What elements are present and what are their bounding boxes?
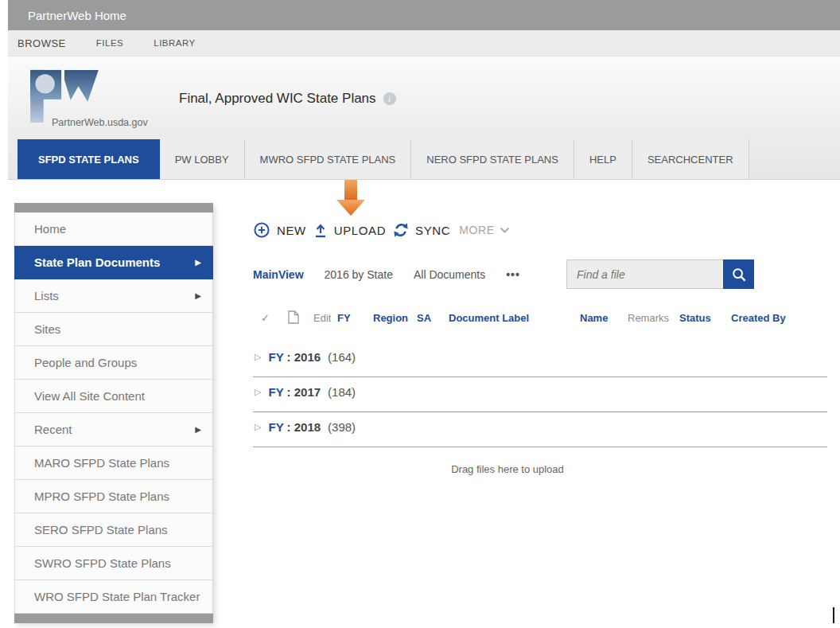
view-selector-row: MainView 2016 by State All Documents ••• (253, 259, 827, 290)
column-sa[interactable]: SA (417, 312, 431, 324)
sidebar-item-label: People and Groups (34, 356, 137, 369)
chevron-right-icon: ▶ (195, 291, 201, 300)
upload-button[interactable]: UPLOAD (313, 223, 386, 238)
page-title: Final, Approved WIC State Plans (179, 91, 376, 107)
info-icon[interactable]: i (383, 92, 396, 105)
group-count: (398) (328, 420, 356, 434)
new-plus-icon (253, 221, 270, 239)
sync-button[interactable]: SYNC (393, 222, 450, 238)
sidebar-item-label: Home (34, 222, 66, 236)
tab-nero-sfpd-state-plans[interactable]: NERO SFPD STATE PLANS (411, 139, 574, 179)
group-value: 2016 (294, 350, 321, 364)
sidebar-item-sites[interactable]: Sites (14, 313, 213, 346)
new-label: NEW (277, 224, 306, 237)
sidebar-item-label: WRO SFPD State Plan Tracker (34, 590, 200, 603)
command-bar: NEW UPLOAD SYNC (253, 221, 827, 239)
main-area: Home State Plan Documents ▶ Lists ▶ Site… (8, 180, 840, 628)
sidebar-item-sero-sfpd-state-plans[interactable]: SERO SFPD State Plans (14, 513, 213, 547)
find-a-file-search (566, 259, 754, 289)
group-row-fy-2018: ▷ FY : 2018 (398) (253, 412, 827, 447)
expand-triangle-icon[interactable]: ▷ (255, 422, 261, 432)
group-count: (164) (328, 350, 356, 364)
tab-mwro-sfpd-state-plans[interactable]: MWRO SFPD STATE PLANS (245, 139, 412, 179)
library-content: NEW UPLOAD SYNC (253, 180, 827, 475)
view-all-documents[interactable]: All Documents (414, 268, 485, 281)
search-icon (731, 267, 747, 283)
sidebar-item-mpro-sfpd-state-plans[interactable]: MPRO SFPD State Plans (14, 480, 213, 513)
more-button[interactable]: MORE (459, 224, 509, 236)
column-fy[interactable]: FY (337, 312, 351, 324)
sidebar-item-label: MARO SFPD State Plans (34, 456, 169, 470)
file-glyph-icon (288, 310, 299, 324)
sidebar-item-maro-sfpd-state-plans[interactable]: MARO SFPD State Plans (14, 447, 213, 480)
group-separator: : (283, 385, 294, 399)
expand-triangle-icon[interactable]: ▷ (255, 352, 261, 362)
search-input[interactable] (566, 259, 723, 289)
sync-label: SYNC (415, 224, 450, 237)
sidebar-item-label: SWRO SFPD State Plans (34, 556, 171, 570)
ribbon-tab-browse[interactable]: BROWSE (8, 37, 76, 49)
drag-files-hint[interactable]: Drag files here to upload (253, 463, 762, 475)
column-header-row: ✓ Edit FY Region SA Document Label Name … (253, 310, 827, 326)
sidebar-item-label: Recent (34, 423, 72, 436)
left-nav: Home State Plan Documents ▶ Lists ▶ Site… (14, 203, 213, 623)
ribbon-tab-files[interactable]: FILES (87, 38, 133, 48)
site-tab-strip: SFPD STATE PLANS PW LOBBY MWRO SFPD STAT… (8, 139, 840, 180)
sidebar-item-label: State Plan Documents (34, 255, 160, 269)
group-row-fy-2017: ▷ FY : 2017 (184) (253, 377, 827, 412)
group-field-link[interactable]: FY (268, 350, 283, 364)
tab-searchcenter[interactable]: SEARCHCENTER (632, 139, 749, 179)
group-field-link[interactable]: FY (268, 385, 283, 399)
group-label: FY : 2018 (268, 420, 321, 434)
group-list: ▷ FY : 2016 (164) ▷ FY : 2017 (184) ▷ FY… (253, 342, 827, 447)
page-title-row: Final, Approved WIC State Plans i (179, 91, 396, 107)
logo-caption: PartnerWeb.usda.gov (52, 117, 148, 128)
left-nav-top-cap (14, 203, 213, 213)
more-label: MORE (459, 224, 494, 236)
column-created-by[interactable]: Created By (731, 312, 786, 324)
view-mainview[interactable]: MainView (253, 268, 304, 281)
sidebar-item-swro-sfpd-state-plans[interactable]: SWRO SFPD State Plans (14, 547, 213, 580)
column-remarks[interactable]: Remarks (628, 312, 669, 324)
sidebar-item-label: Sites (34, 322, 60, 336)
more-views-ellipsis-icon[interactable]: ••• (506, 268, 520, 281)
view-2016-by-state[interactable]: 2016 by State (325, 268, 393, 281)
sidebar-item-lists[interactable]: Lists ▶ (14, 279, 213, 313)
select-all-checkmark-icon[interactable]: ✓ (261, 312, 270, 324)
tab-help[interactable]: HELP (574, 139, 632, 179)
sidebar-item-label: MPRO SFPD State Plans (34, 490, 169, 503)
sidebar-item-label: View All Site Content (34, 389, 145, 403)
chevron-right-icon: ▶ (195, 258, 201, 267)
sidebar-item-view-all-site-content[interactable]: View All Site Content (14, 380, 213, 413)
upload-label: UPLOAD (334, 224, 386, 237)
column-region[interactable]: Region (373, 312, 408, 324)
column-status[interactable]: Status (679, 312, 711, 324)
sidebar-item-label: Lists (34, 289, 59, 302)
search-button[interactable] (723, 259, 754, 289)
suite-bar: PartnerWeb Home (8, 0, 840, 30)
upload-icon (313, 223, 328, 238)
sidebar-item-state-plan-documents[interactable]: State Plan Documents ▶ (14, 246, 213, 279)
document-type-icon[interactable] (288, 310, 299, 326)
left-nav-bottom-cap (14, 614, 213, 623)
expand-triangle-icon[interactable]: ▷ (255, 387, 261, 397)
group-row-fy-2016: ▷ FY : 2016 (164) (253, 342, 827, 377)
group-field-link[interactable]: FY (268, 420, 283, 434)
tab-pw-lobby[interactable]: PW LOBBY (160, 139, 245, 179)
tab-sfpd-state-plans[interactable]: SFPD STATE PLANS (18, 139, 160, 179)
column-name[interactable]: Name (580, 312, 608, 324)
group-label: FY : 2017 (268, 385, 321, 399)
group-value: 2018 (294, 420, 321, 434)
text-cursor-artifact (833, 607, 834, 623)
sidebar-item-recent[interactable]: Recent ▶ (14, 413, 213, 447)
sync-icon (393, 222, 409, 238)
column-document-label[interactable]: Document Label (449, 312, 529, 324)
new-button[interactable]: NEW (253, 221, 306, 239)
group-value: 2017 (294, 385, 321, 399)
sidebar-item-people-and-groups[interactable]: People and Groups (14, 346, 213, 380)
sidebar-item-home[interactable]: Home (14, 213, 213, 246)
sidebar-item-wro-sfpd-state-plan-tracker[interactable]: WRO SFPD State Plan Tracker (14, 580, 213, 614)
column-edit[interactable]: Edit (313, 312, 331, 324)
ribbon-tab-library[interactable]: LIBRARY (144, 38, 205, 48)
group-separator: : (283, 350, 294, 364)
